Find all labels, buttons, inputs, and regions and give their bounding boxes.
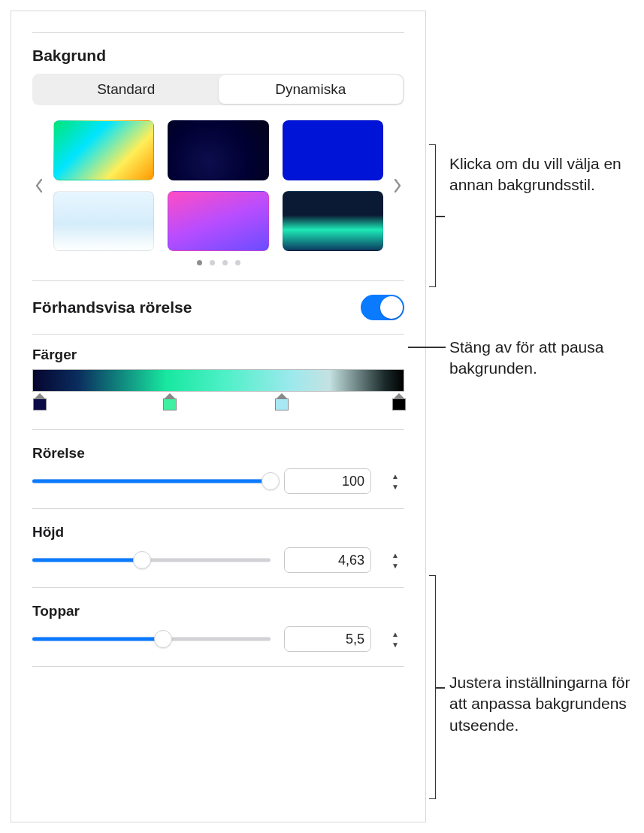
gradient-bar[interactable]: [32, 369, 404, 392]
height-value: 4,63: [285, 553, 370, 568]
bg-thumb-6[interactable]: [283, 191, 383, 251]
height-slider[interactable]: [32, 551, 271, 569]
bg-thumb-3[interactable]: [283, 120, 383, 180]
toggle-knob: [380, 296, 403, 319]
page-dot-4[interactable]: [235, 260, 240, 265]
colors-section: Färger: [32, 335, 404, 429]
tab-dynamic[interactable]: Dynamiska: [219, 75, 404, 104]
motion-step-up[interactable]: ▲: [388, 471, 403, 481]
chevron-left-icon[interactable]: [32, 178, 46, 193]
bg-thumb-5[interactable]: [168, 191, 268, 251]
callout-line-toggle: [408, 347, 446, 348]
height-value-input[interactable]: 4,63: [284, 547, 371, 573]
background-mode-segmented: Standard Dynamiska: [32, 74, 404, 105]
color-stop-4[interactable]: [392, 393, 406, 410]
callout-bracket-thumbs: [429, 144, 436, 287]
motion-stepper: ▲ ▼: [388, 468, 404, 495]
peaks-value: 5,5: [285, 632, 370, 647]
motion-step-down[interactable]: ▼: [388, 481, 403, 492]
bg-thumb-4[interactable]: [53, 191, 154, 251]
height-stepper: ▲ ▼: [388, 547, 404, 574]
peaks-slider[interactable]: [32, 630, 271, 648]
gradient-stops: [32, 393, 404, 414]
motion-value: 100: [285, 474, 370, 489]
callout-toggle: Stäng av för att pausa bakgrunden.: [449, 337, 634, 380]
motion-value-input[interactable]: 100: [284, 468, 371, 494]
page-dot-1[interactable]: [197, 260, 202, 265]
height-control: Höjd 4,63 ▲ ▼: [32, 509, 404, 587]
color-stop-3[interactable]: [275, 393, 289, 410]
callout-thumbs: Klicka om du vill välja en annan bakgrun…: [449, 153, 634, 196]
colors-label: Färger: [32, 347, 404, 363]
preview-motion-toggle[interactable]: [361, 295, 404, 320]
peaks-value-input[interactable]: 5,5: [284, 626, 371, 652]
color-stop-2[interactable]: [163, 393, 177, 410]
peaks-stepper: ▲ ▼: [388, 626, 404, 653]
page-dot-2[interactable]: [210, 260, 215, 265]
peaks-label: Toppar: [32, 603, 404, 619]
callout-bracket-sliders: [429, 575, 436, 799]
callout-tick-thumbs: [436, 216, 445, 217]
callout-tick-sliders: [436, 687, 445, 689]
bg-thumb-2[interactable]: [168, 120, 268, 180]
height-step-down[interactable]: ▼: [388, 560, 403, 571]
color-stop-1[interactable]: [33, 393, 47, 410]
height-label: Höjd: [32, 524, 404, 541]
preview-motion-row: Förhandsvisa rörelse: [32, 281, 404, 334]
bg-thumb-1[interactable]: [53, 120, 154, 180]
page-dot-3[interactable]: [222, 260, 228, 265]
pagination-dots: [32, 260, 404, 265]
peaks-step-up[interactable]: ▲: [388, 629, 403, 639]
background-settings-panel: Bakgrund Standard Dynamiska Förhandsvisa…: [11, 11, 426, 822]
peaks-control: Toppar 5,5 ▲ ▼: [32, 588, 404, 666]
chevron-right-icon[interactable]: [391, 178, 404, 193]
peaks-step-down[interactable]: ▼: [388, 639, 403, 650]
section-title-background: Bakgrund: [32, 47, 404, 65]
background-thumbnails-carousel: [32, 120, 404, 251]
motion-slider[interactable]: [32, 472, 271, 490]
motion-control: Rörelse 100 ▲ ▼: [32, 430, 404, 508]
motion-label: Rörelse: [32, 445, 404, 462]
tab-standard[interactable]: Standard: [34, 75, 219, 104]
preview-motion-label: Förhandsvisa rörelse: [32, 298, 192, 317]
callout-sliders: Justera inställningarna för att anpassa …: [449, 672, 634, 736]
height-step-up[interactable]: ▲: [388, 550, 403, 560]
